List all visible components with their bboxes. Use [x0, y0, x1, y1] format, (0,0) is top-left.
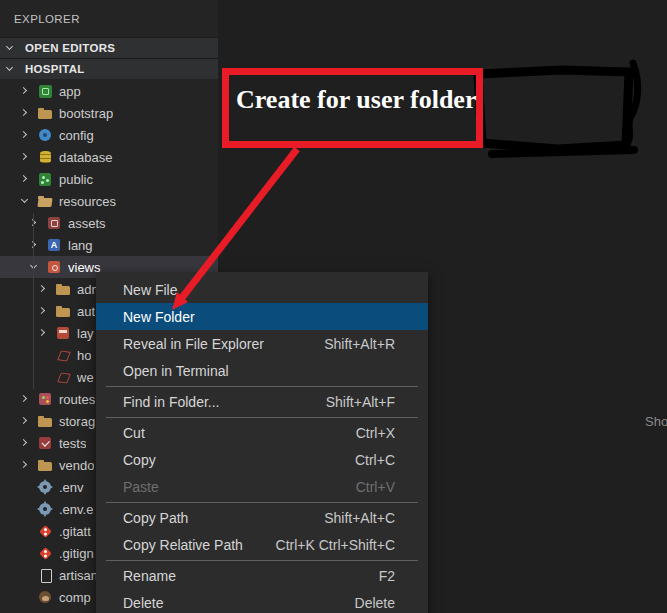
chevron-right-icon[interactable] — [20, 152, 30, 162]
tree-item-label: artisan — [59, 568, 98, 583]
laravel-file-icon — [55, 369, 71, 385]
menu-item-label: Paste — [123, 479, 159, 495]
config-folder-icon — [37, 127, 53, 143]
chevron-right-icon[interactable] — [20, 460, 30, 470]
marker-scribble-box — [478, 70, 629, 149]
database-folder-icon — [37, 149, 53, 165]
tree-item-app[interactable]: app — [0, 80, 218, 102]
chevron-right-icon[interactable] — [29, 240, 39, 250]
marker-underline — [492, 150, 634, 154]
composer-icon — [37, 589, 53, 605]
menu-item-new-folder[interactable]: New Folder — [96, 303, 428, 330]
tree-item-label: bootstrap — [59, 106, 113, 121]
menu-item-label: Rename — [123, 568, 176, 584]
annotation-label: Create for user folder — [236, 85, 476, 115]
views-folder-icon — [46, 259, 62, 275]
tree-item-label: assets — [68, 216, 106, 231]
tree-item-label: resources — [59, 194, 116, 209]
menu-item-shortcut: Ctrl+X — [356, 425, 395, 441]
chevron-right-icon[interactable] — [20, 394, 30, 404]
section-open-editors[interactable]: OPEN EDITORS — [0, 37, 218, 58]
tree-item-label: lay — [77, 326, 94, 341]
tree-item-label: public — [59, 172, 93, 187]
routes-folder-icon — [37, 391, 53, 407]
folder-open-icon — [37, 193, 53, 209]
tree-item-label: ho — [77, 348, 91, 363]
tree-item-bootstrap[interactable]: bootstrap — [0, 102, 218, 124]
gear-icon — [37, 479, 53, 495]
menu-item-rename[interactable]: Rename F2 — [96, 562, 428, 589]
git-icon — [37, 523, 53, 539]
menu-item-find-in-folder[interactable]: Find in Folder... Shift+Alt+F — [96, 388, 428, 415]
chevron-right-icon[interactable] — [29, 218, 39, 228]
tree-item-label: comp — [59, 590, 91, 605]
explorer-title: EXPLORER — [0, 0, 218, 37]
chevron-down-icon — [5, 43, 15, 53]
annotation-box: Create for user folder — [222, 68, 483, 148]
chevron-down-icon[interactable] — [20, 196, 30, 206]
menu-item-copy-relative-path[interactable]: Copy Relative Path Ctrl+K Ctrl+Shift+C — [96, 531, 428, 558]
tree-item-label: tests — [59, 436, 86, 451]
folder-icon — [37, 413, 53, 429]
tree-item-config[interactable]: config — [0, 124, 218, 146]
tree-item-label: vendo — [59, 458, 94, 473]
section-label: HOSPITAL — [25, 63, 85, 75]
menu-item-open-in-terminal[interactable]: Open in Terminal — [96, 357, 428, 384]
chevron-right-icon[interactable] — [38, 306, 48, 316]
menu-item-cut[interactable]: Cut Ctrl+X — [96, 419, 428, 446]
chevron-right-icon[interactable] — [20, 86, 30, 96]
gear-icon — [37, 501, 53, 517]
public-folder-icon — [37, 171, 53, 187]
menu-item-shortcut: Shift+Alt+F — [326, 394, 395, 410]
section-hospital[interactable]: HOSPITAL — [0, 58, 218, 79]
chevron-right-icon[interactable] — [20, 416, 30, 426]
menu-item-label: Copy — [123, 452, 156, 468]
menu-separator — [106, 560, 418, 561]
menu-item-shortcut: Shift+Alt+C — [324, 510, 395, 526]
tree-item-label: lang — [68, 238, 93, 253]
menu-item-shortcut: Ctrl+C — [355, 452, 395, 468]
menu-item-paste: Paste Ctrl+V — [96, 473, 428, 500]
menu-item-label: Open in Terminal — [123, 363, 229, 379]
tree-indent-guide — [33, 213, 34, 389]
menu-item-label: Cut — [123, 425, 145, 441]
lang-folder-icon — [46, 237, 62, 253]
context-menu: New File New Folder Reveal in File Explo… — [96, 272, 428, 613]
marker-right-curl — [628, 63, 638, 142]
menu-item-new-file[interactable]: New File — [96, 276, 428, 303]
tree-item-label: app — [59, 84, 81, 99]
menu-item-shortcut: Delete — [355, 595, 395, 611]
tree-item-label: storag — [59, 414, 95, 429]
editor-clipped-text: Sho — [645, 414, 667, 429]
tree-item-label: .gitign — [59, 546, 94, 561]
menu-item-copy[interactable]: Copy Ctrl+C — [96, 446, 428, 473]
folder-icon — [37, 105, 53, 121]
folder-icon — [37, 457, 53, 473]
menu-item-copy-path[interactable]: Copy Path Shift+Alt+C — [96, 504, 428, 531]
tree-item-database[interactable]: database — [0, 146, 218, 168]
app-folder-icon — [37, 83, 53, 99]
assets-folder-icon — [46, 215, 62, 231]
tree-item-label: config — [59, 128, 94, 143]
menu-item-delete[interactable]: Delete Delete — [96, 589, 428, 613]
chevron-down-icon[interactable] — [29, 262, 39, 272]
chevron-right-icon[interactable] — [38, 284, 48, 294]
tree-item-label: we — [77, 370, 94, 385]
menu-item-label: New File — [123, 282, 177, 298]
menu-item-reveal-in-file-explorer[interactable]: Reveal in File Explorer Shift+Alt+R — [96, 330, 428, 357]
tree-item-label: routes — [59, 392, 95, 407]
laravel-file-icon — [55, 347, 71, 363]
git-icon — [37, 545, 53, 561]
chevron-right-icon[interactable] — [20, 130, 30, 140]
chevron-right-icon[interactable] — [20, 108, 30, 118]
layouts-folder-icon — [55, 325, 71, 341]
menu-item-label: Delete — [123, 595, 163, 611]
chevron-right-icon[interactable] — [38, 328, 48, 338]
chevron-right-icon[interactable] — [20, 438, 30, 448]
tree-item-label: .gitatt — [59, 524, 91, 539]
tree-item-resources[interactable]: resources — [0, 190, 218, 212]
tree-item-public[interactable]: public — [0, 168, 218, 190]
menu-item-shortcut: Shift+Alt+R — [324, 336, 395, 352]
menu-item-label: Find in Folder... — [123, 394, 220, 410]
chevron-right-icon[interactable] — [20, 174, 30, 184]
